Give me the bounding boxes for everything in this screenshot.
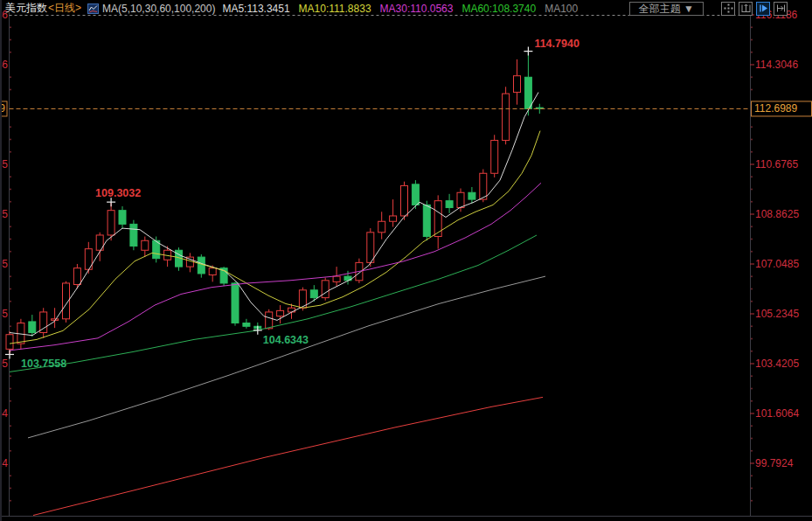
candle [446,194,453,213]
candle [142,237,149,258]
current-price-tag-right: 112.6989 [752,101,812,116]
fit-scale-icon [740,3,752,14]
candle [176,247,183,271]
y-axis-label: 107.0485 [755,258,799,270]
candle [119,206,126,228]
theme-selector-button[interactable]: 全部主题 ▼ [629,2,704,16]
svg-text:112.6989: 112.6989 [754,102,797,115]
extreme-marker: 114.7940 [524,38,579,56]
candle [130,220,137,251]
symbol-name[interactable]: 美元指数 [5,1,47,16]
extreme-price-label: 114.7940 [534,38,579,50]
svg-text:112.6989: 112.6989 [2,102,5,115]
kline-chart-icon[interactable] [87,3,99,14]
extreme-marker: 103.7558 [5,350,66,370]
ma-value-2: MA30:110.0563 [380,3,454,15]
toolbar-right-cluster: 全部主题 ▼ [629,2,812,16]
candle [63,281,70,323]
y-axis-label-left-clipped: 103.4205 [2,358,8,370]
candle [29,315,36,337]
y-axis-label: 114.3046 [755,59,798,71]
y-axis-label: 103.4205 [755,358,799,370]
y-axis-label-left-clipped: 107.0485 [2,258,8,270]
current-price-tag-left: 112.6989 [2,101,7,116]
ma-params-label: MA(5,10,30,60,100,200) [102,3,215,15]
y-axis-label: 108.8625 [755,208,799,220]
y-axis-label-left-clipped: 99.7924 [2,457,8,469]
candle [322,278,329,301]
fit-scale-icon-button[interactable] [739,2,753,16]
candle [503,87,510,144]
candle [186,253,193,272]
price-chart-canvas[interactable]: 112.6989112.6989116.1186116.1186114.3046… [2,0,812,521]
candle [390,199,397,226]
candle [468,187,475,204]
auto-scroll-play-icon [758,3,769,14]
candle [198,254,205,278]
toolbar: 美元指数 <日线> MA(5,10,30,60,100,200) MA5:113… [2,0,812,17]
candle [514,59,521,105]
y-axis-label-left-clipped: 114.3046 [2,59,8,71]
extreme-marker: 109.3032 [95,187,141,206]
y-axis-label: 99.7924 [755,457,794,469]
kline-chart-window: 112.6989112.6989116.1186116.1186114.3046… [0,0,812,521]
period-label[interactable]: <日线> [48,1,81,16]
candle [153,237,160,263]
extreme-price-label: 103.7558 [21,358,66,370]
y-axis-label-left-clipped: 108.8625 [2,208,8,220]
y-axis-label: 101.6064 [755,407,799,420]
shift-right-icon-button[interactable] [774,2,788,16]
extreme-price-label: 109.3032 [95,187,141,199]
candle [277,305,284,323]
ma-value-4: MA100 [545,3,578,15]
extreme-price-label: 104.6343 [263,334,309,346]
ma-line-ma10 [10,131,540,344]
y-axis-label: 105.2345 [755,308,799,320]
shift-right-arrow-icon [775,3,787,14]
candles-layer [6,52,543,355]
auto-scroll-icon-button[interactable] [756,2,770,16]
candle [434,195,441,248]
y-axis-label-left-clipped: 110.6765 [2,158,8,170]
candle [243,319,250,329]
candle [40,308,47,338]
ma-values: MA5:113.3451MA10:111.8833MA30:110.0563MA… [222,3,586,15]
candle [85,242,92,274]
grid-dots-icon [723,3,734,14]
candle [412,180,419,209]
ma-value-1: MA10:111.8833 [299,3,371,15]
candle [367,228,374,267]
candle [491,135,498,177]
candle [96,233,103,261]
candle [378,212,385,239]
grid-dots-icon-button[interactable] [721,2,735,16]
ma-line-ma5 [10,93,538,336]
candle [232,281,239,325]
y-axis-label-left-clipped: 105.2345 [2,308,8,320]
ma-value-0: MA5:113.3451 [222,3,289,15]
ma-value-3: MA60:108.3740 [462,3,536,15]
ma-line-ma200 [33,397,543,515]
y-axis-label: 110.6765 [755,158,798,170]
y-axis-label-left-clipped: 101.6064 [2,407,8,420]
